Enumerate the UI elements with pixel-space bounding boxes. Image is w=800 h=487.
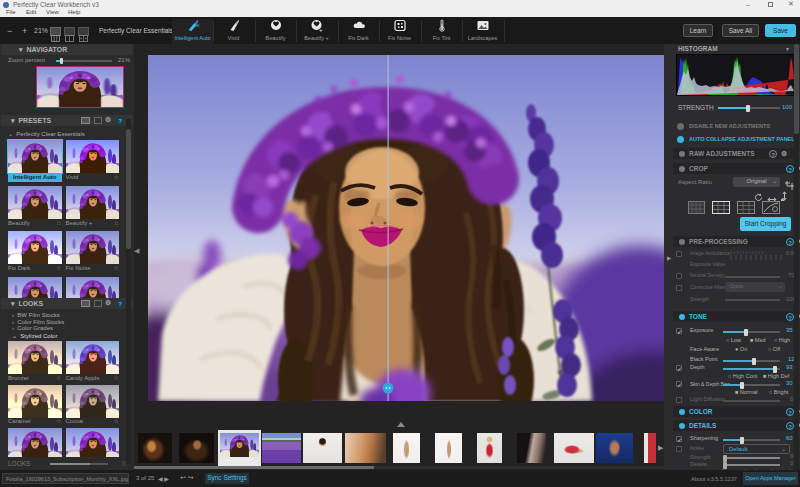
svg-text:54321012345: 54321012345: [730, 251, 765, 255]
svg-text:+: +: [319, 27, 323, 32]
svg-text:HD: HD: [195, 23, 199, 28]
